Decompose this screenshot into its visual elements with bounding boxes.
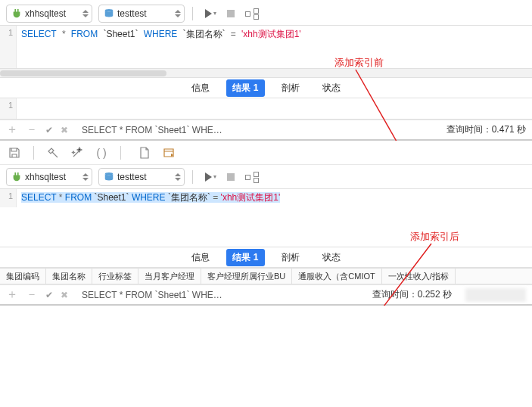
hammer-icon[interactable] bbox=[46, 146, 60, 160]
column-header[interactable]: 一次性收入/指标 bbox=[382, 269, 456, 284]
dropdown-arrows-icon bbox=[82, 10, 89, 17]
explain-button[interactable] bbox=[245, 172, 259, 182]
result-columns-header: 集团编码 集团名称 行业标签 当月客户经理 客户经理所属行业BU 通服收入（含C… bbox=[0, 268, 532, 284]
delete-row-button[interactable]: － bbox=[26, 287, 38, 303]
run-button[interactable]: ▾ bbox=[201, 9, 216, 18]
row-gutter: 1 bbox=[0, 98, 17, 119]
line-gutter: 1 bbox=[0, 26, 17, 68]
tab-info[interactable]: 信息 bbox=[185, 79, 216, 97]
sql-editor[interactable]: 1 SELECT * FROM `Sheet1` WHERE `集团名称` = … bbox=[0, 26, 532, 68]
plug-icon bbox=[11, 172, 22, 182]
connection-dropdown[interactable]: xhhsqltest bbox=[6, 5, 92, 23]
tab-profile[interactable]: 剖析 bbox=[275, 249, 306, 266]
status-time: 查询时间：0.471 秒 bbox=[446, 123, 526, 136]
database-name: testtest bbox=[117, 8, 172, 19]
svg-point-0 bbox=[105, 8, 114, 11]
tab-profile[interactable]: 剖析 bbox=[275, 79, 306, 97]
stop-button[interactable] bbox=[227, 10, 235, 17]
status-query-text: SELECT * FROM `Sheet1` WHE… bbox=[82, 290, 222, 300]
status-time: 查询时间：0.252 秒 bbox=[372, 288, 452, 301]
parentheses-icon[interactable]: ( ) bbox=[95, 146, 108, 160]
tab-result[interactable]: 结果 1 bbox=[226, 79, 264, 97]
tab-state[interactable]: 状态 bbox=[316, 79, 347, 97]
blurred-region bbox=[465, 288, 526, 302]
dropdown-arrows-icon bbox=[175, 10, 181, 17]
dropdown-arrows-icon bbox=[175, 173, 181, 181]
separator bbox=[192, 170, 193, 184]
separator bbox=[192, 7, 193, 20]
line-gutter: 1 bbox=[0, 189, 17, 207]
explain-button[interactable] bbox=[245, 8, 259, 19]
connection-name: xhhsqltest bbox=[25, 172, 79, 182]
plug-icon bbox=[11, 8, 22, 19]
column-header[interactable]: 客户经理所属行业BU bbox=[201, 269, 292, 284]
separator bbox=[120, 146, 121, 160]
sql-code[interactable]: SELECT * FROM `Sheet1` WHERE `集团名称` = 'x… bbox=[17, 189, 532, 207]
export-icon[interactable] bbox=[162, 146, 176, 160]
apply-button[interactable]: ✔ bbox=[45, 125, 53, 135]
svg-point-3 bbox=[105, 172, 114, 175]
save-icon[interactable] bbox=[8, 146, 21, 160]
database-name: testtest bbox=[117, 172, 172, 182]
connection-dropdown[interactable]: xhhsqltest bbox=[6, 168, 92, 186]
separator bbox=[33, 146, 34, 160]
wand-icon[interactable] bbox=[70, 146, 84, 160]
column-header[interactable]: 当月客户经理 bbox=[138, 269, 201, 284]
cancel-button[interactable]: ✖ bbox=[61, 290, 68, 300]
query-panel-before: xhhsqltest testtest ▾ 1 SELECT * FROM `S… bbox=[0, 0, 532, 141]
stop-button[interactable] bbox=[227, 173, 235, 181]
tab-state[interactable]: 状态 bbox=[316, 249, 347, 266]
dropdown-arrows-icon bbox=[82, 173, 89, 181]
sql-code[interactable]: SELECT * FROM `Sheet1` WHERE `集团名称` = 'x… bbox=[17, 26, 532, 68]
column-header[interactable]: 集团名称 bbox=[46, 269, 92, 284]
status-bar: ＋ － ✔ ✖ SELECT * FROM `Sheet1` WHE… 查询时间… bbox=[0, 120, 532, 139]
delete-row-button[interactable]: － bbox=[26, 122, 38, 138]
database-icon bbox=[104, 8, 114, 19]
database-icon bbox=[104, 172, 114, 182]
result-tabs: 信息 结果 1 剖析 状态 bbox=[0, 77, 532, 98]
run-button[interactable]: ▾ bbox=[201, 172, 216, 182]
column-header[interactable]: 行业标签 bbox=[92, 269, 138, 284]
status-bar: ＋ － ✔ ✖ SELECT * FROM `Sheet1` WHE… 查询时间… bbox=[0, 284, 532, 304]
result-tabs: 信息 结果 1 剖析 状态 bbox=[0, 247, 532, 268]
horizontal-scrollbar[interactable] bbox=[0, 68, 532, 77]
add-row-button[interactable]: ＋ bbox=[6, 287, 18, 303]
toolbar-top: xhhsqltest testtest ▾ bbox=[0, 2, 532, 26]
column-header[interactable]: 集团编码 bbox=[0, 269, 46, 284]
result-grid[interactable]: 1 bbox=[0, 98, 532, 120]
editor-toolbar: ( ) bbox=[0, 141, 532, 165]
apply-button[interactable]: ✔ bbox=[45, 290, 53, 300]
query-panel-after: ( ) xhhsqltest testtest ▾ 1 SELECT * FRO… bbox=[0, 141, 532, 306]
add-row-button[interactable]: ＋ bbox=[6, 122, 18, 138]
tab-result[interactable]: 结果 1 bbox=[226, 249, 264, 266]
toolbar-top: xhhsqltest testtest ▾ bbox=[0, 165, 532, 189]
sql-editor[interactable]: 1 SELECT * FROM `Sheet1` WHERE `集团名称` = … bbox=[0, 189, 532, 207]
cancel-button[interactable]: ✖ bbox=[61, 125, 68, 135]
document-icon[interactable] bbox=[138, 146, 151, 160]
database-dropdown[interactable]: testtest bbox=[98, 168, 185, 186]
connection-name: xhhsqltest bbox=[25, 8, 79, 19]
tab-info[interactable]: 信息 bbox=[185, 249, 216, 266]
column-header[interactable]: 通服收入（含CMIOT bbox=[292, 269, 381, 284]
database-dropdown[interactable]: testtest bbox=[98, 5, 185, 23]
status-query-text: SELECT * FROM `Sheet1` WHE… bbox=[82, 125, 222, 135]
